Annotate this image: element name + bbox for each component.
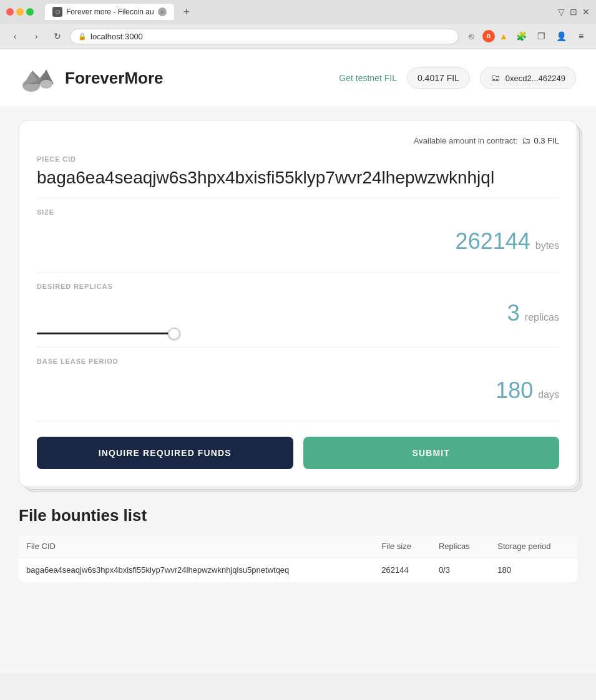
col-header-file-size: File size [374,535,431,558]
maximize-window-btn[interactable] [26,8,34,16]
available-amount-row: Available amount in contract: 🗂 0.3 FIL [37,135,559,145]
brave-rewards-icon[interactable]: ▲ [497,30,510,42]
table-cell-replicas: 0/3 [431,558,490,583]
wallet-address-text: 0xecd2...462249 [506,74,565,83]
back-button[interactable]: ‹ [6,27,24,45]
replicas-slider-thumb[interactable] [168,328,180,340]
tab-favicon: ⬡ [52,7,62,17]
available-label: Available amount in contract: [414,136,518,145]
replicas-unit: replicas [525,312,559,323]
wallet-balance: 0.4017 FIL [407,67,470,89]
share-button[interactable]: ⎋ [462,27,480,45]
replicas-slider-track [37,333,174,334]
tab-title: Forever more - Filecoin au [66,7,154,16]
wallet-address-btn[interactable]: 🗂 0xecd2...462249 [480,67,576,89]
lease-unit: days [538,389,559,401]
inquire-button[interactable]: INQUIRE REQUIRED FUNDS [37,437,293,469]
address-bar[interactable]: 🔒 localhost:3000 [70,29,459,44]
size-value: 262144 [456,228,530,255]
replicas-value: 3 [507,300,520,326]
close-window-btn[interactable] [6,8,14,16]
size-label: SIZE [37,208,559,216]
available-amount: 0.3 FIL [534,136,559,145]
replicas-label: DESIRED REPLICAS [37,283,559,290]
sidebar-toggle-button[interactable]: ❐ [532,27,550,45]
browser-toolbar: ‹ › ↻ 🔒 localhost:3000 ⎋ B ▲ 🧩 ❐ 👤 ≡ [0,24,596,49]
header-right: Get testnet FIL 0.4017 FIL 🗂 0xecd2...46… [339,67,576,89]
submit-button[interactable]: SUBMIT [303,437,560,469]
window-controls [6,8,34,16]
col-header-storage-period: Storage period [490,535,577,558]
window-right-controls: ▽ ⊡ ✕ [558,7,590,17]
browser-titlebar: ⬡ Forever more - Filecoin au × + ▽ ⊡ ✕ [0,0,596,24]
app-content: ForeverMore Get testnet FIL 0.4017 FIL 🗂… [0,49,596,673]
logo-icon [20,59,57,97]
bounties-table: File CID File size Replicas Storage peri… [19,535,577,582]
replicas-value-row: 3 replicas [37,295,559,329]
new-tab-button[interactable]: + [179,4,194,19]
brave-icon: B [482,30,495,42]
profile-button[interactable]: 👤 [552,27,570,45]
extensions-button[interactable]: 🧩 [512,27,530,45]
table-row: baga6ea4seaqjw6s3hpx4bxisfi55klyp7wvr24l… [19,558,577,583]
replicas-section: DESIRED REPLICAS 3 replicas [37,283,559,348]
size-value-row: 262144 bytes [37,221,559,262]
col-header-file-cid: File CID [19,535,374,558]
lease-value-row: 180 days [37,370,559,411]
size-section: SIZE 262144 bytes [37,208,559,273]
app-name: ForeverMore [65,69,164,88]
restore-btn[interactable]: ⊡ [570,7,577,17]
table-header-row: File CID File size Replicas Storage peri… [19,535,577,558]
replicas-slider-container [37,329,559,337]
menu-button[interactable]: ≡ [572,27,590,45]
get-testnet-link[interactable]: Get testnet FIL [339,73,397,83]
close-btn[interactable]: ✕ [582,7,590,17]
table-cell-file_size: 262144 [374,558,431,583]
lease-value: 180 [496,377,533,404]
browser-chrome: ⬡ Forever more - Filecoin au × + ▽ ⊡ ✕ ‹… [0,0,596,49]
main-area: Available amount in contract: 🗂 0.3 FIL … [0,107,596,595]
minimize-window-btn[interactable] [16,8,24,16]
lease-label: BASE LEASE PERIOD [37,357,559,365]
bounties-table-body: baga6ea4seaqjw6s3hpx4bxisfi55klyp7wvr24l… [19,558,577,583]
piece-cid-label: PIECE CID [37,155,559,163]
piece-cid-section: PIECE CID baga6ea4seaqjw6s3hpx4bxisfi55k… [37,155,559,198]
forward-button[interactable]: › [27,27,45,45]
lease-section: BASE LEASE PERIOD 180 days [37,357,559,422]
wallet-icon: 🗂 [491,72,501,84]
toolbar-icons: ⎋ B ▲ 🧩 ❐ 👤 ≡ [462,27,590,45]
reload-button[interactable]: ↻ [49,27,66,45]
bounties-title: File bounties list [19,506,577,525]
app-logo: ForeverMore [20,59,164,97]
bounties-section: File bounties list File CID File size Re… [19,506,577,582]
svg-point-4 [40,80,52,89]
piece-cid-value: baga6ea4seaqjw6s3hpx4bxisfi55klyp7wvr24l… [37,168,559,188]
lock-icon: 🔒 [78,32,87,41]
main-card: Available amount in contract: 🗂 0.3 FIL … [19,120,577,487]
table-cell-storage_period: 180 [490,558,577,583]
buttons-row: INQUIRE REQUIRED FUNDS SUBMIT [37,437,559,469]
col-header-replicas: Replicas [431,535,490,558]
card-stack: Available amount in contract: 🗂 0.3 FIL … [19,120,577,487]
app-header: ForeverMore Get testnet FIL 0.4017 FIL 🗂… [0,49,596,107]
table-cell-file_cid: baga6ea4seaqjw6s3hpx4bxisfi55klyp7wvr24l… [19,558,374,583]
browser-tab[interactable]: ⬡ Forever more - Filecoin au × [45,4,174,20]
contract-icon: 🗂 [522,135,530,145]
tab-close-btn[interactable]: × [158,7,167,16]
expand-btn[interactable]: ▽ [558,7,565,17]
url-text: localhost:3000 [90,32,451,41]
size-unit: bytes [535,240,559,251]
